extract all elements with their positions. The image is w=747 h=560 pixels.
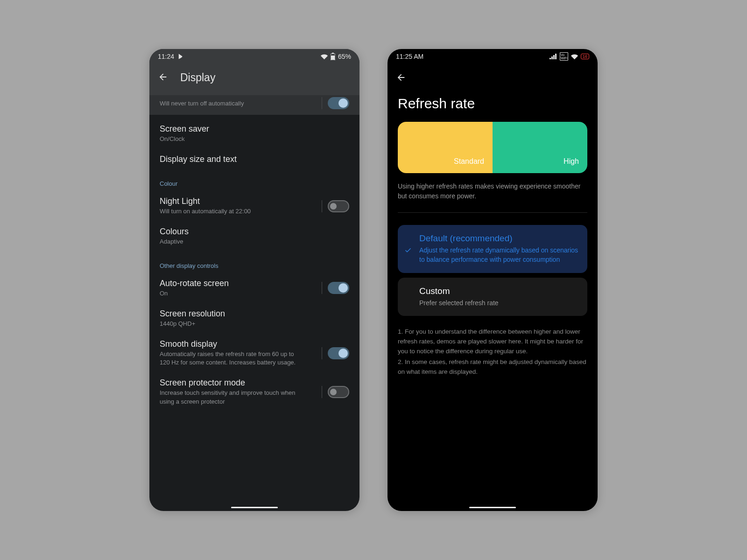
status-time: 11:25 AM bbox=[396, 53, 423, 60]
svg-rect-6 bbox=[555, 54, 557, 59]
setting-sub: On/Clock bbox=[160, 135, 349, 143]
auto-rotate-toggle[interactable] bbox=[328, 282, 349, 294]
setting-sub: Adaptive bbox=[160, 238, 349, 246]
setting-sub: Automatically raises the refresh rate fr… bbox=[160, 350, 300, 367]
divider bbox=[398, 212, 587, 213]
toggle-divider bbox=[322, 386, 322, 398]
option-default[interactable]: Default (recommended) Adjust the refresh… bbox=[398, 225, 587, 273]
auto-rotate-row[interactable]: Auto-rotate screen On bbox=[149, 273, 359, 303]
wifi-icon bbox=[571, 53, 578, 60]
option-sub: Prefer selected refresh rate bbox=[419, 298, 579, 308]
status-bar: 11:25 AM VoWiFi 16 bbox=[388, 49, 598, 64]
status-time: 11:24 bbox=[158, 53, 174, 60]
setting-sub: Will turn on automatically at 22:00 bbox=[160, 207, 322, 216]
setting-title: Display size and text bbox=[160, 154, 349, 164]
phone-display-settings: 11:24 65% Display Will never turn off au… bbox=[149, 49, 359, 511]
smooth-display-toggle[interactable] bbox=[328, 347, 349, 359]
svg-rect-5 bbox=[553, 55, 555, 59]
setting-title: Colours bbox=[160, 227, 349, 237]
screen-protector-row[interactable]: Screen protector mode Increase touch sen… bbox=[149, 372, 359, 411]
setting-title: Screen saver bbox=[160, 124, 349, 134]
svg-rect-1 bbox=[332, 53, 334, 54]
battery-percent: 65% bbox=[338, 53, 351, 60]
setting-title: Auto-rotate screen bbox=[160, 279, 322, 288]
svg-rect-3 bbox=[550, 58, 551, 59]
smooth-display-row[interactable]: Smooth display Automatically raises the … bbox=[149, 334, 359, 372]
segment-label: Standard bbox=[454, 157, 484, 166]
back-button[interactable] bbox=[158, 72, 168, 84]
segment-label: High bbox=[564, 157, 579, 166]
setting-title: Screen protector mode bbox=[160, 378, 322, 388]
colours-row[interactable]: Colours Adaptive bbox=[149, 221, 359, 252]
setting-sub: 1440p QHD+ bbox=[160, 320, 349, 328]
setting-title: Smooth display bbox=[160, 339, 322, 349]
screen-saver-row[interactable]: Screen saver On/Clock bbox=[149, 119, 359, 149]
battery-icon: 16 bbox=[581, 54, 589, 59]
status-bar: 11:24 65% bbox=[149, 49, 359, 64]
refresh-info-text: Using higher refresh rates makes viewing… bbox=[388, 173, 598, 212]
footnote-2: 2. In some cases, refresh rate might be … bbox=[398, 357, 587, 377]
footnote-1: 1. For you to understand the difference … bbox=[398, 327, 587, 357]
option-title: Custom bbox=[419, 286, 579, 296]
setting-sub: On bbox=[160, 289, 322, 298]
toggle-divider bbox=[322, 200, 322, 212]
segment-high[interactable]: High bbox=[493, 122, 587, 173]
night-light-toggle[interactable] bbox=[328, 200, 349, 212]
segment-standard[interactable]: Standard bbox=[398, 122, 493, 173]
setting-sub: Increase touch sensitivity and improve t… bbox=[160, 389, 300, 406]
toggle-divider bbox=[322, 282, 322, 294]
check-icon bbox=[404, 246, 412, 256]
display-size-row[interactable]: Display size and text bbox=[149, 149, 359, 170]
footnotes: 1. For you to understand the difference … bbox=[388, 321, 598, 385]
back-button[interactable] bbox=[388, 64, 598, 90]
arrow-left-icon bbox=[158, 72, 168, 82]
battery-icon bbox=[331, 53, 335, 60]
toggle-divider bbox=[322, 97, 322, 109]
screen-protector-toggle[interactable] bbox=[328, 386, 349, 398]
setting-title: Screen resolution bbox=[160, 309, 349, 319]
settings-list: Screen saver On/Clock Display size and t… bbox=[149, 115, 359, 412]
signal-icon bbox=[550, 54, 557, 59]
section-label-colour: Colour bbox=[149, 170, 359, 191]
option-sub: Adjust the refresh rate dynamically base… bbox=[419, 245, 579, 265]
page-title: Refresh rate bbox=[388, 90, 598, 122]
wifi-icon bbox=[321, 53, 328, 60]
night-light-row[interactable]: Night Light Will turn on automatically a… bbox=[149, 191, 359, 221]
page-title: Display bbox=[180, 71, 215, 84]
option-custom[interactable]: Custom Prefer selected refresh rate bbox=[398, 278, 587, 316]
home-indicator[interactable] bbox=[469, 507, 516, 508]
section-label-other: Other display controls bbox=[149, 252, 359, 273]
play-store-icon bbox=[178, 53, 184, 60]
phone-refresh-rate: 11:25 AM VoWiFi 16 Refresh rate Standard… bbox=[388, 49, 598, 511]
dark-theme-sub: Will never turn off automatically bbox=[160, 99, 322, 108]
svg-rect-4 bbox=[551, 56, 553, 59]
dark-theme-toggle[interactable] bbox=[328, 97, 349, 109]
toggle-divider bbox=[322, 347, 322, 359]
refresh-rate-segment: Standard High bbox=[398, 122, 587, 173]
dark-theme-row[interactable]: Will never turn off automatically bbox=[149, 95, 359, 115]
home-indicator[interactable] bbox=[231, 507, 278, 508]
arrow-left-icon bbox=[396, 72, 406, 83]
header-area: 11:24 65% Display bbox=[149, 49, 359, 95]
vowifi-icon: VoWiFi bbox=[560, 52, 568, 61]
setting-title: Night Light bbox=[160, 196, 322, 206]
svg-rect-2 bbox=[331, 56, 335, 60]
screen-resolution-row[interactable]: Screen resolution 1440p QHD+ bbox=[149, 303, 359, 334]
option-title: Default (recommended) bbox=[419, 233, 579, 244]
